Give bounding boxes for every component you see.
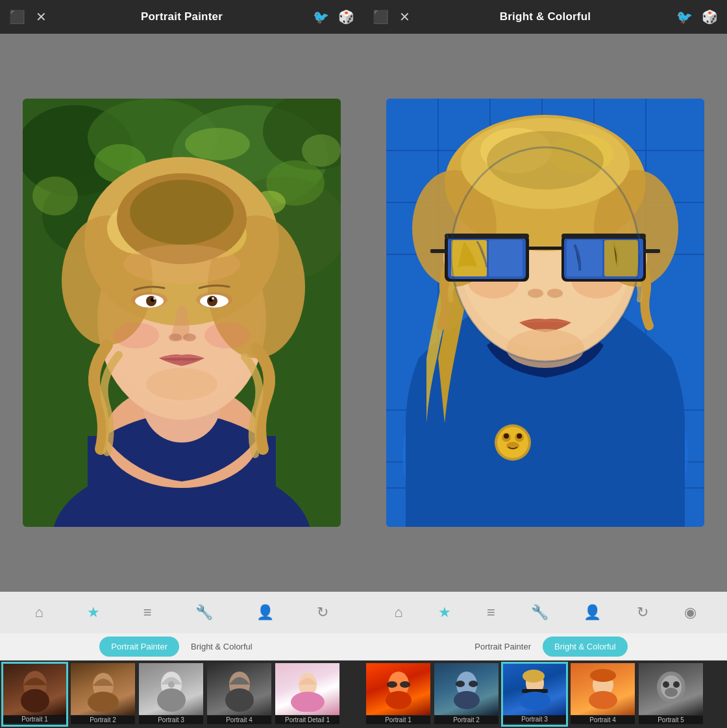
- left-thumbnail-strip: Portrait 1 Portrait 2: [0, 661, 364, 728]
- left-thumb-4[interactable]: Portrait 4: [206, 662, 273, 727]
- left-tab-bar: Portrait Painter Bright & Colorful: [0, 633, 364, 661]
- image-icon[interactable]: ⬛: [9, 9, 25, 25]
- right-dice-icon[interactable]: 🎲: [702, 9, 718, 25]
- right-thumb-1-label: Portrait 1: [366, 716, 430, 724]
- left-thumb-2-label: Portrait 2: [71, 716, 135, 724]
- svg-point-37: [212, 297, 214, 300]
- left-header-left-icons: ⬛ ✕: [9, 9, 47, 25]
- svg-point-108: [387, 681, 397, 688]
- right-brush-icon[interactable]: 🔧: [531, 604, 548, 621]
- star-icon[interactable]: ★: [87, 604, 100, 621]
- right-thumb-2-label: Portrait 2: [434, 716, 499, 724]
- left-thumb-4-label: Portrait 4: [207, 716, 271, 724]
- right-person-icon[interactable]: 👤: [584, 604, 601, 621]
- svg-point-107: [386, 691, 412, 709]
- svg-point-112: [456, 681, 465, 687]
- svg-point-74: [504, 433, 509, 439]
- svg-point-40: [114, 322, 159, 348]
- right-home-icon[interactable]: ⌂: [394, 604, 402, 621]
- svg-rect-101: [561, 234, 646, 239]
- dice-icon[interactable]: 🎲: [338, 9, 354, 25]
- right-close-icon[interactable]: ✕: [399, 9, 410, 25]
- svg-point-27: [123, 245, 240, 284]
- svg-rect-97: [604, 240, 638, 276]
- right-star-icon[interactable]: ★: [438, 604, 451, 621]
- right-thumb-1[interactable]: Portrait 1: [365, 662, 432, 727]
- right-list-icon[interactable]: ≡: [487, 604, 495, 621]
- right-palette-icon[interactable]: ◉: [684, 604, 696, 621]
- svg-rect-93: [489, 240, 523, 276]
- svg-point-11: [302, 134, 341, 167]
- left-thumb-2[interactable]: Portrait 2: [69, 662, 136, 727]
- svg-rect-100: [445, 234, 529, 239]
- right-toolbar: ⌂ ★ ≡ 🔧 👤 ↻ ◉: [364, 592, 727, 633]
- svg-point-39: [183, 334, 196, 341]
- brush-icon[interactable]: 🔧: [195, 604, 213, 621]
- tab-portrait-painter-left[interactable]: Portrait Painter: [99, 637, 179, 657]
- svg-point-75: [517, 433, 522, 439]
- tab-bright-colorful-right[interactable]: Bright & Colorful: [543, 637, 628, 657]
- svg-point-103: [547, 289, 563, 298]
- right-bird-icon[interactable]: 🐦: [676, 9, 693, 25]
- svg-point-10: [32, 176, 78, 215]
- svg-point-49: [157, 688, 186, 712]
- svg-point-8: [185, 128, 250, 160]
- right-tab-bar: Portrait Painter Bright & Colorful: [364, 633, 727, 661]
- left-header: ⬛ ✕ Portrait Painter 🐦 🎲: [0, 0, 364, 34]
- svg-point-45: [21, 689, 49, 712]
- svg-point-113: [469, 681, 478, 687]
- right-header-left-icons: ⬛ ✕: [373, 9, 410, 25]
- tab-portrait-painter-right[interactable]: Portrait Painter: [463, 637, 543, 657]
- left-thumb-3[interactable]: Portrait 3: [138, 662, 204, 727]
- left-thumb-1[interactable]: Portrait 1: [1, 662, 68, 727]
- close-icon[interactable]: ✕: [36, 9, 47, 25]
- child-portrait: [386, 99, 704, 527]
- woman-portrait: [23, 99, 341, 527]
- right-thumb-3-label: Portrait 3: [503, 715, 566, 723]
- left-thumb-5-label: Portrait Detail 1: [275, 716, 339, 724]
- right-thumb-2[interactable]: Portrait 2: [433, 662, 500, 727]
- bird-icon[interactable]: 🐦: [313, 9, 329, 25]
- right-panel: ⬛ ✕ Bright & Colorful 🐦 🎲: [364, 0, 727, 728]
- person-icon[interactable]: 👤: [256, 604, 274, 621]
- svg-point-111: [454, 691, 480, 709]
- left-header-title: Portrait Painter: [141, 10, 223, 23]
- svg-point-54: [291, 692, 325, 712]
- svg-point-33: [153, 297, 156, 300]
- right-refresh-icon[interactable]: ↻: [637, 604, 648, 621]
- svg-point-86: [487, 131, 604, 189]
- refresh-icon[interactable]: ↻: [317, 604, 328, 621]
- right-image-icon[interactable]: ⬛: [373, 9, 389, 25]
- svg-point-38: [169, 334, 182, 341]
- svg-point-52: [225, 688, 254, 712]
- home-icon[interactable]: ⌂: [34, 604, 43, 621]
- right-thumbnail-strip: Portrait 1 Portrait 2: [364, 661, 727, 728]
- svg-point-116: [519, 692, 550, 710]
- left-thumb-3-label: Portrait 3: [139, 716, 203, 724]
- svg-point-123: [663, 681, 669, 688]
- svg-point-50: [168, 681, 175, 688]
- left-thumb-1-label: Portrait 1: [3, 715, 66, 723]
- tab-bright-colorful-left[interactable]: Bright & Colorful: [179, 637, 264, 657]
- right-thumb-5-label: Portrait 5: [639, 716, 703, 724]
- left-header-right-icons: 🐦 🎲: [313, 9, 354, 25]
- child-portrait-svg: [386, 99, 704, 527]
- left-thumb-5[interactable]: Portrait Detail 1: [274, 662, 341, 727]
- right-thumb-5[interactable]: Portrait 5: [637, 662, 704, 727]
- portrait-svg: [23, 99, 341, 527]
- svg-point-125: [665, 688, 678, 697]
- list-icon[interactable]: ≡: [143, 604, 152, 621]
- svg-point-102: [528, 289, 543, 298]
- right-main-image-area: [364, 34, 727, 592]
- right-header: ⬛ ✕ Bright & Colorful 🐦 🎲: [364, 0, 727, 34]
- svg-point-119: [589, 691, 617, 709]
- right-thumb-3[interactable]: Portrait 3: [501, 662, 568, 727]
- svg-rect-96: [567, 240, 602, 276]
- svg-rect-99: [644, 249, 660, 253]
- svg-point-41: [204, 322, 250, 348]
- right-thumb-4[interactable]: Portrait 4: [569, 662, 636, 727]
- svg-point-120: [590, 669, 616, 682]
- left-main-image-area: [0, 34, 364, 592]
- left-toolbar: ⌂ ★ ≡ 🔧 👤 ↻: [0, 592, 364, 633]
- svg-point-124: [673, 681, 680, 688]
